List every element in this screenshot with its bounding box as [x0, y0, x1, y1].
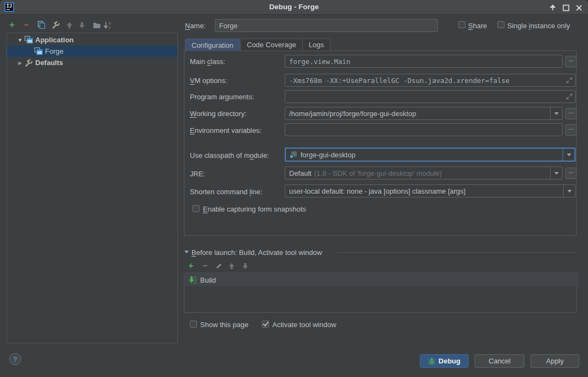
main-class-value: forge.view.Main: [289, 57, 350, 66]
debug-button[interactable]: Debug: [420, 354, 469, 368]
maximize-icon[interactable]: [561, 3, 571, 12]
share-checkbox[interactable]: [458, 21, 465, 28]
debug-button-label: Debug: [438, 357, 460, 365]
tree-item-forge[interactable]: Forge: [7, 46, 177, 57]
cancel-button[interactable]: Cancel: [475, 354, 525, 368]
before-launch-item-label: Build: [200, 276, 216, 284]
program-arguments-label: Program arguments:: [190, 93, 254, 101]
move-down-icon[interactable]: [78, 21, 86, 29]
capture-snapshots-checkbox[interactable]: [193, 205, 200, 212]
chevron-down-icon[interactable]: [550, 167, 562, 179]
before-launch-item-build[interactable]: 011001 Build: [185, 274, 579, 286]
move-up-icon[interactable]: [65, 21, 74, 29]
use-classpath-combobox[interactable]: forge-gui-desktop: [285, 148, 576, 162]
use-classpath-label: Use classpath of module:: [190, 151, 269, 160]
window-title: Debug - Forge: [0, 0, 588, 15]
bug-icon: [428, 357, 436, 365]
chevron-down-icon[interactable]: [563, 149, 574, 161]
tree-item-defaults[interactable]: ▶ Defaults: [7, 57, 177, 68]
move-up-icon[interactable]: [227, 261, 236, 270]
chevron-down-icon[interactable]: [563, 185, 575, 197]
edit-icon[interactable]: [214, 261, 223, 270]
vm-options-label: VM options:: [190, 76, 227, 85]
chevron-expanded-icon[interactable]: ▼: [17, 37, 23, 43]
application-icon: [34, 47, 43, 55]
name-value: Forge: [219, 22, 238, 30]
tab-code-coverage[interactable]: Code Coverage: [240, 39, 303, 50]
help-icon[interactable]: ?: [9, 353, 21, 365]
working-directory-browse-button[interactable]: ...: [565, 108, 577, 119]
jre-combobox[interactable]: Default (1.8 - SDK of 'forge-gui-desktop…: [285, 167, 563, 180]
main-class-browse-button[interactable]: ...: [565, 56, 577, 67]
activate-tool-window-checkbox[interactable]: [262, 321, 269, 328]
application-icon: [24, 36, 33, 44]
chevron-down-icon[interactable]: [550, 107, 562, 119]
configurations-tree: ▼ Application Forge ▶ Defaults: [7, 33, 178, 343]
before-launch-title: Before launch: Build, Activate tool wind…: [191, 248, 322, 257]
sort-alphabetically-icon[interactable]: az: [103, 21, 112, 29]
name-input[interactable]: Forge: [215, 19, 438, 32]
section-rule: [337, 252, 577, 253]
shorten-command-line-label: Shorten command line:: [190, 188, 263, 196]
svg-text:a: a: [108, 21, 111, 25]
expand-field-icon[interactable]: [566, 94, 572, 100]
working-directory-combobox[interactable]: /home/jamin/proj/forge/forge-gui-desktop: [285, 107, 563, 120]
chevron-collapsed-icon[interactable]: ▶: [17, 60, 23, 66]
svg-text:01: 01: [194, 282, 197, 284]
environment-variables-browse-button[interactable]: ...: [565, 124, 577, 136]
working-directory-value: /home/jamin/proj/forge/forge-gui-desktop: [289, 110, 416, 118]
remove-icon[interactable]: −: [201, 261, 209, 270]
shorten-command-line-value: user-local default: none - java [options…: [289, 187, 465, 195]
defaults-wrench-icon: [24, 59, 33, 67]
environment-variables-field[interactable]: [285, 123, 563, 136]
shorten-command-line-combobox[interactable]: user-local default: none - java [options…: [285, 184, 576, 197]
jre-label: JRE:: [190, 170, 205, 178]
environment-variables-label: Environment variables:: [190, 126, 261, 135]
capture-snapshots-label: Enable capturing form snapshots: [203, 205, 306, 214]
main-class-field[interactable]: forge.view.Main: [285, 55, 563, 68]
tab-logs[interactable]: Logs: [302, 39, 330, 50]
vm-options-value: -Xms768m -XX:+UseParallelGC -Dsun.java2d…: [289, 76, 509, 85]
build-icon: 011001: [188, 276, 197, 284]
single-instance-label: Single instance only: [507, 22, 570, 30]
svg-text:z: z: [108, 25, 111, 29]
tree-item-label: Application: [35, 36, 74, 44]
use-classpath-value: forge-gui-desktop: [301, 151, 355, 159]
show-this-page-checkbox[interactable]: [190, 321, 197, 328]
jre-value: Default: [289, 169, 311, 177]
close-icon[interactable]: [574, 3, 584, 12]
move-down-icon[interactable]: [241, 261, 250, 270]
tree-item-label: Forge: [45, 47, 63, 55]
main-class-label: Main class:: [190, 57, 225, 66]
remove-icon[interactable]: −: [22, 21, 30, 29]
tree-item-application[interactable]: ▼ Application: [7, 34, 177, 46]
expand-field-icon[interactable]: [566, 78, 572, 84]
shade-window-icon[interactable]: [548, 3, 558, 12]
before-launch-list: 011001 Build: [184, 273, 577, 313]
add-icon[interactable]: +: [8, 21, 16, 29]
titlebar[interactable]: IJ Debug - Forge: [0, 0, 588, 15]
module-icon: [290, 151, 297, 158]
jre-hint: (1.8 - SDK of 'forge-gui-desktop' module…: [314, 169, 442, 177]
tab-configuration[interactable]: Configuration: [185, 39, 240, 51]
add-icon[interactable]: +: [187, 261, 195, 270]
tree-item-label: Defaults: [35, 59, 63, 67]
apply-button-label: Apply: [546, 357, 564, 365]
jre-browse-button[interactable]: ...: [565, 168, 577, 179]
program-arguments-field[interactable]: [285, 90, 576, 103]
copy-icon[interactable]: [37, 21, 46, 29]
edit-defaults-icon[interactable]: [52, 21, 60, 29]
share-label: Share: [468, 22, 487, 30]
working-directory-label: Working directory:: [190, 110, 247, 118]
apply-button[interactable]: Apply: [531, 354, 579, 368]
single-instance-checkbox[interactable]: [497, 21, 504, 28]
collapse-section-icon[interactable]: [184, 251, 189, 253]
activate-tool-window-label: Activate tool window: [272, 321, 336, 329]
name-label: Name:: [185, 22, 206, 30]
vm-options-field[interactable]: -Xms768m -XX:+UseParallelGC -Dsun.java2d…: [285, 74, 576, 87]
cancel-button-label: Cancel: [489, 357, 510, 365]
run-debug-configurations-dialog: IJ Debug - Forge + − az ▼: [0, 0, 588, 377]
show-this-page-label: Show this page: [200, 321, 248, 329]
new-folder-icon[interactable]: [92, 21, 101, 29]
